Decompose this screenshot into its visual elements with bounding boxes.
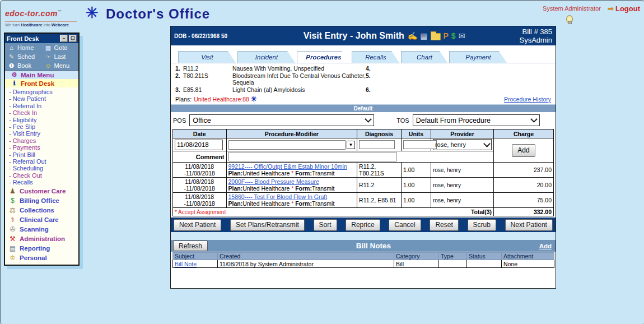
scrub-button[interactable]: Scrub (468, 219, 496, 231)
schedule-icon: ✎ (8, 53, 15, 61)
procedure-link[interactable]: 2000F---- Blood Pressure Measure (228, 178, 319, 185)
row-units: 1.00 (401, 163, 431, 178)
sidebar-item-payments[interactable]: - Payments (5, 144, 78, 151)
procedure-link[interactable]: 15860---- Test For Blood Flow In Graft (228, 193, 328, 200)
bill-note-link[interactable]: Bill Note (175, 261, 197, 267)
dollar-icon: $ (8, 197, 17, 205)
row-charge: 20.00 (494, 178, 554, 193)
pos-selected-value: Office (193, 117, 211, 124)
refresh-button[interactable]: Refresh (173, 240, 208, 251)
sidebar-item-billing-office[interactable]: $Billing Office (5, 196, 78, 206)
procedure-input[interactable] (228, 140, 346, 150)
sidebar-item-collections[interactable]: ⚖Collections (5, 206, 78, 215)
procedure-table: Date Procedure-Modifier Diagnosis Units … (172, 129, 554, 216)
service-date: 11/08/2018 (185, 178, 214, 185)
reprice-button[interactable]: Reprice (346, 219, 380, 231)
tos-select[interactable]: Default From Procedure (413, 114, 540, 126)
next-patient-button[interactable]: Next Patient (174, 219, 221, 231)
tab-incident[interactable]: Incident (237, 51, 295, 63)
nav-book-button[interactable]: ❶Book (5, 61, 42, 70)
tab-procedures[interactable]: Procedures (297, 51, 350, 63)
prescription-icon[interactable]: P (444, 32, 449, 40)
logout-button[interactable]: ➡ Logout (608, 4, 640, 13)
sidebar-item-label: Clinical Care (20, 216, 59, 223)
plan-value[interactable]: United Healthcare:88 (194, 96, 249, 103)
pos-select[interactable]: Office (189, 114, 374, 126)
nav-label: Last (54, 53, 66, 60)
comment-input[interactable] (228, 152, 396, 161)
diagnosis-code: E85.81 (183, 86, 232, 94)
nav-sched-button[interactable]: ✎Sched (5, 52, 42, 61)
folder-icon[interactable] (431, 33, 441, 40)
cancel-button[interactable]: Cancel (389, 219, 421, 231)
maximize-button[interactable]: ▢ (69, 35, 77, 42)
tos-selected-value: Default From Procedure (416, 117, 491, 124)
add-button[interactable]: Add (512, 144, 535, 157)
sidebar-item-main-menu[interactable]: ⚙Main Menu (5, 71, 78, 79)
sidebar-item-clinical-care[interactable]: ⚕Clinical Care (5, 215, 78, 225)
nav-goto-button[interactable]: ▦Goto (42, 43, 79, 52)
mail-icon[interactable]: ✉ (459, 32, 465, 40)
col-header-type: Type (439, 253, 467, 260)
sidebar-item-fee-slip[interactable]: - Fee Slip (5, 123, 78, 130)
sidebar-item-recalls[interactable]: - Recalls (5, 179, 78, 186)
sidebar-item-visit-entry[interactable]: - Visit Entry (5, 130, 78, 137)
sidebar-item-label: Personal (20, 254, 47, 261)
add-note-link[interactable]: Add (539, 243, 552, 249)
total-label: Total(3) (431, 208, 493, 216)
sidebar-item-scheduling[interactable]: - Scheduling (5, 165, 78, 172)
sort-button[interactable]: Sort (314, 219, 337, 231)
star-of-life-icon: ✳ (86, 5, 99, 21)
sidebar-item-referral-out[interactable]: - Referral Out (5, 158, 78, 165)
brand-logo[interactable]: edoc-tor.com™ We turn Healthcare into We… (5, 3, 77, 29)
sidebar-item-check-out[interactable]: - Check Out (5, 172, 78, 179)
tab-chart[interactable]: Chart (401, 51, 447, 63)
sidebar-item-demographics[interactable]: - Demographics (5, 89, 78, 95)
procedure-row: 11/08/2018-11/08/2018 99212---- Offic/Ou… (173, 163, 554, 178)
next-patient-button-2[interactable]: Next Patient (505, 219, 553, 231)
procedure-history-link[interactable]: Procedure History (504, 96, 551, 103)
provider-select[interactable]: rose, henry (433, 139, 492, 150)
sidebar-item-referral-in[interactable]: - Referral In (5, 103, 78, 109)
units-input[interactable] (403, 140, 437, 149)
nav-last-button[interactable]: ☞Last (42, 52, 79, 61)
nav-label: Menu (54, 62, 70, 69)
sidebar-item-scanning[interactable]: ✇Scanning (5, 225, 78, 234)
payment-dollar-icon[interactable]: $ (451, 32, 456, 40)
reset-button[interactable]: Reset (430, 219, 458, 231)
signature-icon[interactable]: ✍ (408, 32, 417, 40)
col-header-attachment: Attachment (502, 253, 554, 260)
date-input[interactable] (175, 140, 223, 150)
home-icon: ⌂ (8, 44, 15, 51)
sidebar-item-administration[interactable]: ⚒Administration (5, 234, 78, 244)
front-desk-panel: Front Desk – ▢ ⌂Home ▦Goto ✎Sched ☞Last … (4, 33, 80, 266)
sidebar-item-check-in[interactable]: - Check In (5, 109, 78, 116)
sidebar-item-charges[interactable]: - Charges (5, 137, 78, 144)
nav-home-button[interactable]: ⌂Home (5, 43, 42, 52)
toolbox-icon: ⚒ (8, 235, 17, 243)
lightbulb-icon[interactable] (566, 15, 573, 23)
tab-payment[interactable]: Payment (449, 51, 507, 63)
sidebar-item-personal[interactable]: ♔Personal (5, 253, 78, 263)
sidebar-item-print-bill[interactable]: - Print Bill (5, 151, 78, 158)
sidebar-item-eligibility[interactable]: - Eligibility (5, 117, 78, 123)
set-plans-retransmit-button[interactable]: Set Plans/Retransmit (230, 219, 305, 231)
minimize-button[interactable]: – (60, 35, 68, 42)
calendar-icon: ❶ (8, 62, 15, 70)
tab-visit[interactable]: Visit (178, 51, 236, 63)
bill-number: Bill # 385 (502, 27, 552, 36)
procedure-link[interactable]: 99212---- Offic/Outpt E&m Estab Minor 10… (228, 163, 347, 170)
sidebar-item-front-desk[interactable]: ℹFront Desk (5, 79, 78, 87)
sidebar-item-reporting[interactable]: ▤Reporting (5, 244, 78, 253)
customer-care-icon: ♟ (8, 187, 17, 195)
sidebar-item-customer-care[interactable]: ♟Customer Care (5, 187, 78, 196)
note-type (439, 260, 467, 268)
calculator-icon[interactable]: ▦ (420, 32, 427, 40)
procedure-lookup-button[interactable]: ▼ (347, 141, 355, 149)
diagnosis-input[interactable] (359, 140, 395, 149)
diagnosis-row: 2. T80.211S Bloodstream Infct Due To Cen… (175, 72, 551, 86)
sidebar-item-new-patient[interactable]: - New Patient (5, 95, 78, 102)
tab-recalls[interactable]: Recalls (352, 51, 399, 63)
orgchart-icon: ⚙ (11, 71, 18, 78)
nav-menu-button[interactable]: ☺Menu (42, 61, 79, 70)
